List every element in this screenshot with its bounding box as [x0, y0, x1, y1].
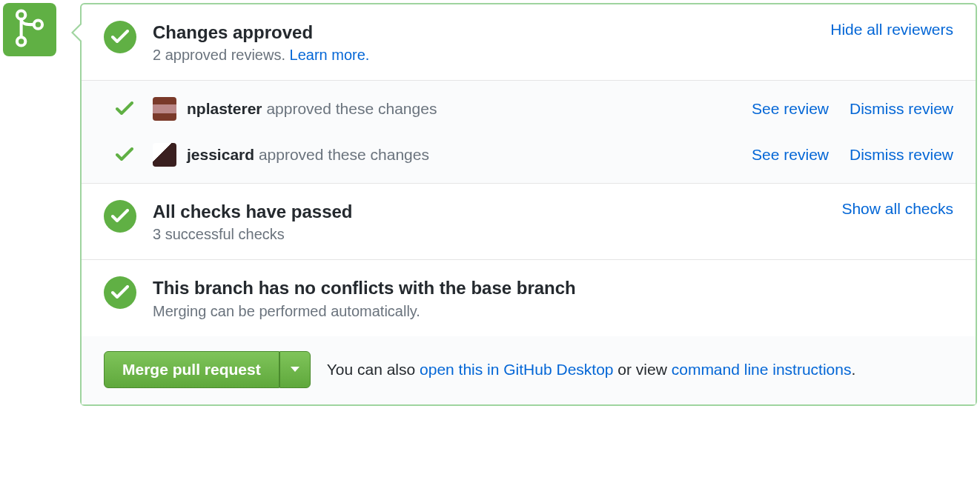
conflicts-subtitle: Merging can be performed automatically. — [153, 303, 953, 320]
check-circle-icon — [104, 200, 136, 233]
cli-instructions-link[interactable]: command line instructions — [672, 361, 852, 378]
hide-reviewers-link[interactable]: Hide all reviewers — [830, 21, 953, 39]
check-icon — [114, 147, 135, 162]
reviewer-username: jessicard — [187, 146, 254, 163]
check-circle-icon — [104, 276, 136, 309]
merge-badge — [3, 3, 56, 56]
dismiss-review-link[interactable]: Dismiss review — [850, 146, 953, 164]
review-row: nplasterer approved these changes See re… — [82, 81, 976, 133]
check-circle-icon — [104, 21, 136, 53]
checks-title: All checks have passed — [153, 200, 827, 223]
svg-point-1 — [17, 37, 25, 45]
merge-footer-text: You can also open this in GitHub Desktop… — [327, 361, 856, 379]
review-text: jessicard approved these changes — [187, 146, 752, 164]
dismiss-review-link[interactable]: Dismiss review — [850, 100, 953, 118]
check-icon — [114, 101, 135, 116]
conflicts-section: This branch has no conflicts with the ba… — [82, 260, 976, 336]
see-review-link[interactable]: See review — [752, 146, 829, 164]
merge-panel: Changes approved 2 approved reviews. Lea… — [80, 3, 977, 406]
review-row: jessicard approved these changes See rev… — [82, 133, 976, 183]
git-merge-icon — [14, 9, 45, 50]
merge-button[interactable]: Merge pull request — [104, 351, 279, 388]
approval-subtitle: 2 approved reviews. Learn more. — [153, 47, 815, 64]
see-review-link[interactable]: See review — [752, 100, 829, 118]
merge-footer: Merge pull request You can also open thi… — [82, 336, 976, 404]
approval-section: Changes approved 2 approved reviews. Lea… — [82, 4, 976, 81]
open-desktop-link[interactable]: open this in GitHub Desktop — [420, 361, 613, 378]
checks-subtitle: 3 successful checks — [153, 226, 827, 243]
checks-section: All checks have passed 3 successful chec… — [82, 184, 976, 260]
conflicts-title: This branch has no conflicts with the ba… — [153, 276, 953, 299]
svg-point-2 — [34, 20, 42, 28]
review-text: nplasterer approved these changes — [187, 100, 752, 118]
avatar — [153, 143, 176, 167]
avatar — [153, 97, 176, 121]
reviewers-list: nplasterer approved these changes See re… — [82, 81, 976, 184]
caret-down-icon — [291, 367, 299, 372]
reviewer-username: nplasterer — [187, 100, 262, 117]
merge-dropdown-button[interactable] — [279, 351, 311, 388]
svg-point-0 — [17, 10, 25, 19]
learn-more-link[interactable]: Learn more. — [290, 47, 370, 63]
approval-title: Changes approved — [153, 21, 815, 44]
merge-button-group: Merge pull request — [104, 351, 311, 388]
show-checks-link[interactable]: Show all checks — [841, 200, 953, 218]
